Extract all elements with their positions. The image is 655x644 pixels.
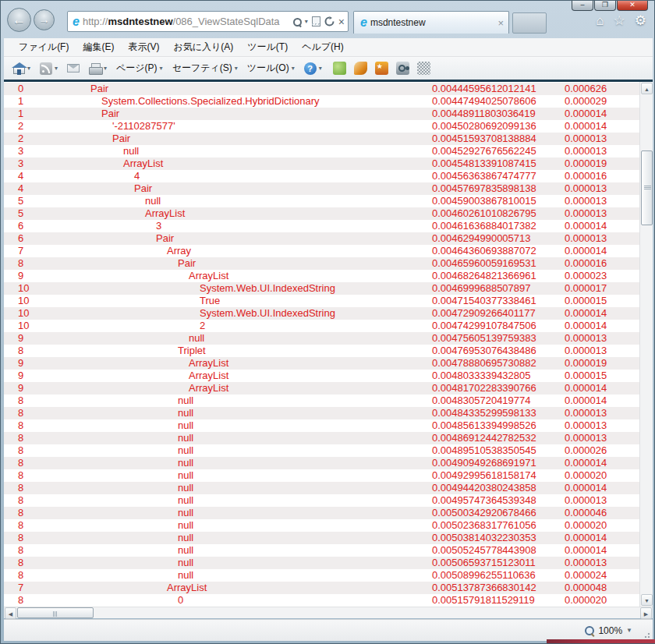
row-delta: 0.000020	[565, 519, 607, 532]
menu-help[interactable]: ヘルプ(H)	[295, 39, 351, 55]
menu-tools[interactable]: ツール(T)	[240, 39, 295, 55]
row-delta: 0.000013	[565, 345, 607, 357]
command-bar: ▾ ▾ ▾ ページ(P) ▾ セーフティ(S) ▾ ツール(O) ▾ ? ▾	[4, 57, 653, 80]
row-label: True	[200, 295, 220, 307]
scroll-left-icon[interactable]: ◀	[5, 607, 16, 619]
vertical-scrollbar[interactable]: ▲ ▼	[639, 82, 653, 607]
row-value: 0.00472909266401177	[432, 307, 536, 320]
row-depth: 7	[18, 582, 23, 594]
address-bar[interactable]: e http://msdntestnew/086_ViewStateSqlDat…	[67, 11, 349, 32]
row-label: Pair	[156, 232, 174, 245]
row-label: 2	[200, 320, 205, 332]
row-value: 0.00484335299598133	[432, 407, 536, 419]
print-button[interactable]: ▾	[86, 62, 110, 76]
row-depth: 8	[18, 345, 23, 357]
table-row: 3null0.004529276765622450.000013	[4, 145, 639, 157]
read-mail-button[interactable]	[64, 62, 83, 74]
scroll-right-icon[interactable]: ▶	[640, 607, 652, 619]
row-value: 0.00489510538350545	[432, 444, 536, 457]
tab-close-icon[interactable]: ×	[497, 17, 504, 29]
row-delta: 0.000014	[565, 320, 607, 332]
row-value: 0.00451593708138884	[432, 133, 536, 145]
onenote-clip-icon[interactable]	[417, 62, 430, 75]
row-value: 0.00468264821366961	[432, 270, 536, 282]
row-label: Array	[167, 245, 191, 257]
row-value: 0.00481702283390766	[432, 382, 536, 395]
row-label: null	[123, 145, 139, 157]
tools-menu-button[interactable]: ツール(O) ▾	[244, 60, 298, 76]
table-row: 4Pair0.004576978358981380.000013	[4, 182, 639, 195]
row-depth: 2	[18, 133, 23, 145]
row-depth: 8	[18, 557, 23, 569]
feeds-button[interactable]: ▾	[37, 61, 61, 76]
row-label: ArrayList	[189, 382, 228, 395]
address-dropdown-caret-icon[interactable]: ▾	[305, 18, 308, 25]
row-depth: 4	[18, 170, 23, 182]
browser-action-icons: ⌂ ☆ ⚙	[596, 13, 646, 29]
row-depth: 9	[18, 357, 23, 370]
zoom-control[interactable]: 100% ▼	[585, 625, 632, 636]
table-row: 1System.Collections.Specialized.HybridDi…	[4, 95, 639, 108]
favorites-book-icon[interactable]	[375, 62, 388, 75]
zoom-caret-icon[interactable]: ▼	[626, 627, 632, 634]
menu-favorites[interactable]: お気に入り(A)	[166, 39, 240, 55]
home-page-button[interactable]: ▾	[10, 61, 34, 76]
compatibility-view-icon[interactable]	[312, 16, 320, 27]
scroll-up-icon[interactable]: ▲	[641, 83, 653, 94]
row-depth: 4	[18, 182, 23, 195]
forward-button[interactable]: →	[34, 9, 55, 30]
row-label: 0	[178, 594, 183, 607]
horizontal-scrollbar[interactable]: ◀ ▶	[4, 607, 653, 618]
row-depth: 8	[18, 507, 23, 519]
row-value: 0.00486912442782532	[432, 432, 536, 444]
row-label: null	[145, 195, 161, 207]
research-binoculars-icon[interactable]	[396, 62, 409, 75]
page-menu-button[interactable]: ページ(P) ▾	[113, 60, 166, 76]
stop-icon[interactable]: ×	[338, 17, 345, 27]
url-scheme: http://	[83, 16, 108, 27]
mail-icon	[67, 64, 80, 73]
favorites-star-icon[interactable]: ☆	[614, 13, 625, 29]
vertical-scroll-thumb[interactable]	[641, 150, 653, 225]
settings-gear-icon[interactable]: ⚙	[635, 13, 646, 29]
row-delta: 0.000013	[565, 182, 607, 195]
row-label: null	[178, 557, 193, 569]
safety-menu-button[interactable]: セーフティ(S) ▾	[169, 60, 241, 76]
close-button[interactable]: ✕	[617, 1, 648, 11]
print-caret-icon: ▾	[104, 65, 107, 72]
menu-file[interactable]: ファイル(F)	[12, 39, 76, 55]
blog-pen-icon[interactable]	[354, 62, 367, 75]
row-label: ArrayList	[167, 582, 207, 594]
search-icon[interactable]	[293, 18, 301, 26]
minimize-button[interactable]: –	[572, 1, 593, 11]
messenger-people-icon[interactable]	[333, 62, 346, 75]
row-label: ArrayList	[145, 207, 185, 220]
row-value: 0.00456363867474777	[432, 170, 536, 182]
new-tab-button[interactable]	[512, 12, 547, 34]
resize-grip[interactable]	[643, 631, 650, 639]
row-delta: 0.000013	[565, 432, 607, 444]
help-button[interactable]: ? ▾	[301, 61, 325, 76]
row-label: ArrayList	[123, 157, 163, 170]
row-depth: 8	[18, 257, 23, 270]
row-delta: 0.000013	[565, 195, 607, 207]
row-delta: 0.000014	[565, 245, 607, 257]
tools-caret-icon: ▾	[292, 65, 295, 72]
back-button[interactable]: ←	[7, 8, 31, 32]
scroll-down-icon[interactable]: ▼	[641, 594, 653, 606]
menu-edit[interactable]: 編集(E)	[76, 39, 121, 55]
row-label: Pair	[90, 83, 108, 95]
row-label: Pair	[134, 182, 152, 195]
home-icon[interactable]: ⌂	[596, 13, 604, 29]
refresh-icon[interactable]	[324, 16, 335, 27]
table-row: 5null0.004590038678100150.000013	[4, 195, 639, 207]
horizontal-scroll-thumb[interactable]	[17, 607, 94, 618]
table-row: 800.005157918115291190.000020	[4, 594, 639, 607]
row-depth: 8	[18, 569, 23, 582]
row-depth: 6	[18, 220, 23, 232]
browser-tab[interactable]: e msdntestnew ×	[353, 11, 509, 34]
maximize-button[interactable]: ❐	[594, 1, 616, 11]
row-delta: 0.000014	[565, 120, 607, 133]
menu-view[interactable]: 表示(V)	[121, 39, 166, 55]
row-delta: 0.000046	[565, 507, 607, 519]
